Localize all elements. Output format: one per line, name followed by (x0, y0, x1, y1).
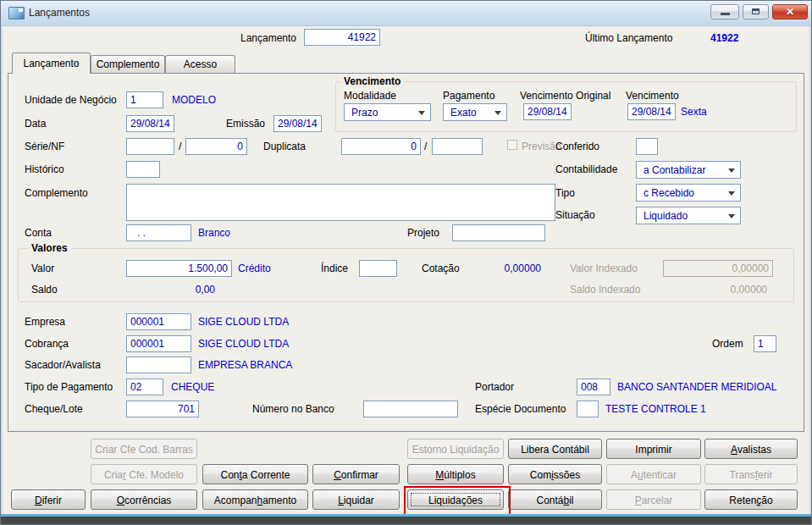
ocorrencias-button[interactable]: Ocorrências (91, 489, 197, 510)
duplicata-field-1[interactable]: 0 (341, 138, 421, 155)
retencao-button[interactable]: Retenção (704, 489, 798, 510)
unidade-negocio-field[interactable]: 1 (126, 91, 163, 108)
diferir-button[interactable]: Diferir (11, 489, 86, 510)
titlebar: Lançamentos ✕ (1, 1, 811, 26)
minimize-button[interactable] (710, 4, 739, 19)
vencimento-weekday: Sexta (681, 106, 707, 118)
vencimento-group-title: Vencimento (340, 75, 404, 87)
close-button[interactable]: ✕ (772, 4, 808, 19)
valor-indexado-field: 0,00000 (663, 260, 773, 277)
ordem-label: Ordem (712, 338, 743, 350)
vencimento-field[interactable]: 29/08/14 (627, 103, 676, 120)
tab-complemento[interactable]: Complemento (91, 55, 165, 73)
tab-acesso[interactable]: Acesso (165, 55, 235, 73)
portador-label: Portador (475, 381, 514, 393)
maximize-button[interactable] (743, 4, 769, 19)
libera-contabil-button[interactable]: Libera Contábil (508, 439, 602, 459)
saldo-value: 0,00 (145, 284, 215, 296)
situacao-label: Situação (555, 209, 595, 221)
previsao-checkbox (507, 140, 517, 150)
comissoes-button[interactable]: Comissões (508, 464, 602, 484)
imprimir-button[interactable]: Imprimir (606, 439, 701, 459)
valor-label: Valor (31, 262, 54, 274)
cobranca-field[interactable]: 000001 (126, 335, 191, 352)
numero-banco-field[interactable] (363, 401, 458, 417)
liquidacoes-highlight-annotation (404, 486, 511, 517)
modalidade-label: Modalidade (344, 90, 396, 102)
conta-field[interactable]: . . (126, 224, 191, 241)
saldo-indexado-value: 0,00000 (670, 284, 767, 296)
complemento-textarea[interactable] (126, 184, 555, 221)
minimize-icon (721, 13, 730, 15)
historico-label: Histórico (25, 163, 64, 175)
contabil-button[interactable]: Contábil (508, 489, 602, 510)
tipo-select[interactable]: c Recebido (636, 184, 741, 202)
contabilidade-select[interactable]: a Contabilizar (636, 161, 741, 179)
historico-field[interactable] (126, 161, 160, 178)
valor-field[interactable]: 1.500,00 (126, 260, 232, 277)
emissao-field[interactable]: 29/08/14 (273, 115, 322, 132)
transferir-button: Transferir (704, 464, 798, 484)
portador-field[interactable]: 008 (577, 379, 610, 395)
indice-label: Índice (321, 262, 348, 274)
complemento-label: Complemento (25, 187, 88, 199)
tipo-pagamento-field[interactable]: 02 (126, 379, 163, 395)
conferido-field[interactable] (636, 138, 658, 155)
criar-cfe-cod-barras-button: Criar Cfe Cod. Barras (91, 439, 197, 459)
duplicata-label: Duplicata (263, 141, 306, 152)
conferido-label: Conferido (555, 141, 599, 152)
autenticar-button: Autenticar (606, 464, 701, 484)
numero-banco-label: Número no Banco (252, 403, 334, 415)
data-field[interactable]: 29/08/14 (126, 115, 174, 132)
lancamentos-window: Lançamentos ✕ Lançamento 41922 Último La… (0, 0, 812, 525)
indice-field[interactable] (359, 260, 397, 277)
serie-nf-field-1[interactable] (126, 138, 174, 155)
cobranca-desc: SIGE CLOUD LTDA (198, 338, 289, 350)
empresa-field[interactable]: 000001 (126, 313, 191, 330)
duplicata-field-2[interactable] (432, 138, 483, 155)
lancamento-number-field[interactable]: 41922 (304, 29, 380, 46)
parcelar-button: Parcelar (606, 489, 701, 510)
maximize-icon (752, 8, 760, 14)
app-window-icon (8, 7, 25, 19)
contabilidade-label: Contabilidade (555, 163, 617, 175)
avalistas-button[interactable]: Avalistas (704, 439, 798, 459)
cotacao-value: 0,00000 (475, 262, 541, 274)
emissao-label: Emissão (226, 118, 265, 130)
acompanhamento-button[interactable]: Acompanhamento (202, 489, 308, 510)
cheque-lote-field[interactable]: 701 (126, 401, 199, 417)
ordem-field[interactable]: 1 (754, 335, 776, 352)
vencimento-label: Vencimento (626, 90, 679, 102)
cobranca-label: Cobrança (25, 338, 69, 350)
tipo-pagamento-label: Tipo de Pagamento (25, 381, 113, 393)
empresa-label: Empresa (25, 316, 65, 328)
serie-nf-field-2[interactable]: 0 (185, 138, 247, 155)
duplicata-separator: / (424, 141, 427, 152)
tab-lancamento[interactable]: Lançamento (12, 52, 91, 74)
especie-documento-desc: TESTE CONTROLE 1 (605, 403, 706, 415)
lancamento-number-label: Lançamento (240, 32, 296, 44)
projeto-field[interactable] (452, 224, 545, 241)
conta-corrente-button[interactable]: Conta Corrente (202, 464, 308, 484)
unidade-negocio-label: Unidade de Negócio (25, 94, 117, 106)
serie-nf-separator: / (179, 141, 181, 152)
window-title: Lançamentos (29, 7, 90, 19)
liquidar-button[interactable]: Liquidar (312, 489, 400, 510)
saldo-indexado-label: Saldo Indexado (570, 284, 640, 296)
ultimo-lancamento-value: 41922 (710, 32, 738, 44)
window-frame-left (1, 26, 3, 517)
cheque-lote-label: Cheque/Lote (25, 403, 83, 415)
vencimento-original-field[interactable]: 29/08/14 (523, 103, 572, 120)
empresa-desc: SIGE CLOUD LTDA (198, 316, 289, 328)
especie-documento-label: Espécie Documento (475, 403, 566, 415)
estorno-liquidacao-button: Estorno Liquidação (407, 439, 504, 459)
modalidade-select[interactable]: Prazo (344, 103, 431, 121)
pagamento-select[interactable]: Exato (443, 103, 507, 121)
sacador-avalista-field[interactable] (126, 356, 191, 373)
especie-documento-field[interactable] (577, 401, 599, 417)
conta-desc: Branco (198, 227, 230, 239)
situacao-select[interactable]: Liquidado (636, 207, 741, 224)
saldo-label: Saldo (31, 284, 58, 296)
multiplos-button[interactable]: Múltiplos (407, 464, 504, 484)
confirmar-button[interactable]: Confirmar (312, 464, 400, 484)
